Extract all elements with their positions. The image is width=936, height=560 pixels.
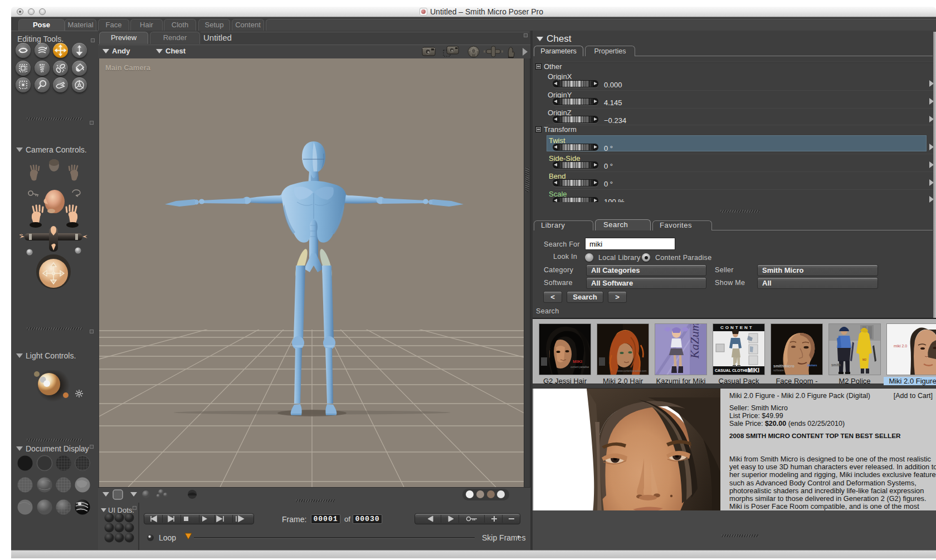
svg-text:content paradise: content paradise: [571, 366, 589, 369]
svg-text:smithmicro: smithmicro: [773, 364, 794, 368]
svg-text:MIKI: MIKI: [748, 367, 759, 374]
svg-text:MIKI: MIKI: [573, 359, 582, 364]
svg-text:miki 2.0: miki 2.0: [894, 344, 907, 348]
svg-text:M2: M2: [862, 358, 866, 361]
svg-text:www.contentparadise.com: www.contentparadise.com: [617, 370, 647, 372]
svg-text:CASUAL CLOTHES: CASUAL CLOTHES: [715, 369, 751, 372]
svg-text:smith: smith: [831, 363, 841, 367]
svg-text:CONTENT: CONTENT: [720, 325, 754, 330]
svg-text:software: software: [773, 369, 784, 372]
svg-text:KaZumi: KaZumi: [688, 324, 701, 359]
svg-text:James: James: [807, 363, 817, 367]
